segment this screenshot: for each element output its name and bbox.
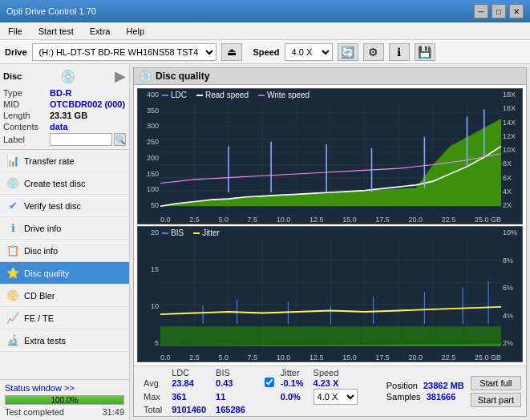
- nav-disc-quality[interactable]: ⭐ Disc quality: [0, 262, 129, 285]
- chart2-x-axis: 0.0 2.5 5.0 7.5 10.0 12.5 15.0 17.5 20.0…: [160, 349, 501, 361]
- nav-items: 📊 Transfer rate 💿 Create test disc ✔ Ver…: [0, 150, 129, 379]
- status-time: 31:49: [102, 407, 124, 417]
- legend-read-speed-label: Read speed: [205, 91, 249, 99]
- label-input[interactable]: [50, 133, 112, 146]
- drive-label: Drive: [5, 47, 27, 57]
- status-area: Status window >> 100.0% Test completed 3…: [0, 379, 129, 420]
- dq-panel-title: Disc quality: [156, 71, 209, 82]
- disc-icon: 💿: [60, 69, 76, 84]
- type-value: BD-R: [50, 88, 72, 98]
- chart2-y-left: 20 15 10 5: [138, 227, 160, 347]
- avg-row-label: Avg: [139, 378, 167, 389]
- menu-start-test[interactable]: Start test: [34, 25, 79, 38]
- transfer-rate-icon: 📊: [6, 155, 19, 167]
- nav-verify-test-disc-label: Verify test disc: [24, 201, 81, 211]
- chart-bis: BIS Jitter 20 15 10 5 10%: [137, 226, 523, 362]
- position-label: Position: [386, 381, 418, 390]
- samples-val: 381666: [427, 392, 456, 402]
- nav-disc-info[interactable]: 📋 Disc info: [0, 240, 129, 262]
- drive-select[interactable]: (H:) HL-DT-ST BD-RE WH16NS58 TST4: [32, 43, 216, 61]
- jitter-checkbox[interactable]: [265, 378, 274, 387]
- length-label: Length: [3, 111, 50, 120]
- total-row-label: Total: [139, 405, 167, 414]
- main-layout: Disc 💿 ▶ Type BD-R MID OTCBDR002 (000) L…: [0, 64, 530, 420]
- position-section: Position 23862 MB Samples 381666: [386, 381, 464, 402]
- legend-write-speed: Write speed: [258, 91, 310, 99]
- bis-total: 165286: [211, 405, 250, 414]
- legend-read-speed: Read speed: [196, 91, 249, 99]
- chart2-y-right: 10% 8% 6% 4% 2%: [501, 227, 522, 347]
- titlebar: Opti Drive Control 1.70 ─ □ ✕: [0, 0, 530, 22]
- menu-extra[interactable]: Extra: [85, 25, 115, 38]
- minimize-button[interactable]: ─: [474, 4, 488, 18]
- chart1-canvas: [160, 100, 501, 211]
- info-button[interactable]: ℹ: [389, 43, 410, 61]
- mid-label: MID: [3, 99, 50, 109]
- nav-create-test-disc-label: Create test disc: [24, 179, 85, 188]
- menubar: File Start test Extra Help: [0, 22, 530, 40]
- nav-transfer-rate[interactable]: 📊 Transfer rate: [0, 150, 129, 172]
- stats-row: LDC BIS Jitter Speed Avg 23.84 0.43: [134, 365, 526, 416]
- save-button[interactable]: 💾: [415, 43, 435, 61]
- maximize-button[interactable]: □: [492, 4, 506, 18]
- status-window-link[interactable]: Status window >>: [5, 383, 75, 393]
- legend-ldc: LDC: [162, 91, 187, 99]
- menu-file[interactable]: File: [3, 25, 27, 38]
- label-search-button[interactable]: 🔍: [114, 133, 126, 146]
- ldc-total: 9101460: [167, 405, 211, 414]
- disc-arrow-icon: ▶: [115, 67, 126, 85]
- max-row-label: Max: [139, 389, 167, 405]
- length-value: 23.31 GB: [50, 111, 87, 120]
- disc-panel: Disc 💿 ▶ Type BD-R MID OTCBDR002 (000) L…: [0, 64, 129, 150]
- nav-extra-tests[interactable]: 🔬 Extra tests: [0, 329, 129, 352]
- jitter-avg: -0.1%: [276, 378, 309, 389]
- ldc-col-header: LDC: [167, 368, 211, 378]
- contents-value: data: [50, 122, 68, 131]
- nav-cd-bler[interactable]: 📀 CD Bler: [0, 285, 129, 307]
- verify-test-disc-icon: ✔: [6, 200, 19, 212]
- extra-tests-icon: 🔬: [6, 334, 19, 346]
- legend-jitter-label: Jitter: [202, 228, 220, 237]
- start-full-button[interactable]: Start full: [471, 376, 521, 390]
- chart-ldc: LDC Read speed Write speed 400: [137, 88, 523, 224]
- nav-drive-info[interactable]: ℹ Drive info: [0, 217, 129, 240]
- disc-panel-title: Disc: [3, 71, 22, 81]
- bis-avg: 0.43: [211, 378, 250, 389]
- type-label: Type: [3, 88, 50, 98]
- ldc-avg: 23.84: [167, 378, 211, 389]
- nav-create-test-disc[interactable]: 💿 Create test disc: [0, 172, 129, 195]
- sidebar: Disc 💿 ▶ Type BD-R MID OTCBDR002 (000) L…: [0, 64, 130, 420]
- nav-fe-te[interactable]: 📈 FE / TE: [0, 307, 129, 329]
- speed-select[interactable]: 4.0 X: [285, 43, 333, 61]
- charts-container: LDC Read speed Write speed 400: [134, 85, 526, 365]
- contents-label: Contents: [3, 122, 50, 131]
- drivebar: Drive (H:) HL-DT-ST BD-RE WH16NS58 TST4 …: [0, 40, 530, 64]
- nav-verify-test-disc[interactable]: ✔ Verify test disc: [0, 195, 129, 217]
- nav-drive-info-label: Drive info: [24, 224, 61, 233]
- legend-bis: BIS: [162, 228, 184, 237]
- nav-disc-info-label: Disc info: [24, 246, 58, 256]
- menu-help[interactable]: Help: [121, 25, 149, 38]
- bis-col-header: BIS: [211, 368, 250, 378]
- speed-label: Speed: [253, 47, 280, 57]
- chart2-canvas: [160, 238, 501, 349]
- position-val: 23862 MB: [423, 381, 464, 390]
- disc-quality-panel: 💿 Disc quality LDC Read speed: [133, 67, 527, 417]
- legend-ldc-label: LDC: [171, 91, 187, 99]
- chart1-legend: LDC Read speed Write speed: [162, 91, 310, 99]
- dq-header-icon: 💿: [139, 70, 152, 83]
- cd-bler-icon: 📀: [6, 289, 19, 301]
- eject-button[interactable]: ⏏: [221, 43, 242, 61]
- dq-header: 💿 Disc quality: [134, 68, 526, 85]
- fe-te-icon: 📈: [6, 312, 19, 324]
- content-area: 💿 Disc quality LDC Read speed: [130, 64, 530, 420]
- close-button[interactable]: ✕: [509, 4, 524, 18]
- settings-button[interactable]: ⚙: [363, 43, 384, 61]
- chart2-svg: [160, 238, 501, 349]
- start-part-button[interactable]: Start part: [471, 393, 521, 407]
- refresh-button[interactable]: 🔄: [338, 43, 358, 61]
- start-buttons: Start full Start part: [471, 376, 521, 407]
- bis-max: 11: [211, 389, 250, 405]
- legend-write-speed-label: Write speed: [267, 91, 310, 99]
- speed-select-stats[interactable]: 4.0 X: [314, 389, 358, 405]
